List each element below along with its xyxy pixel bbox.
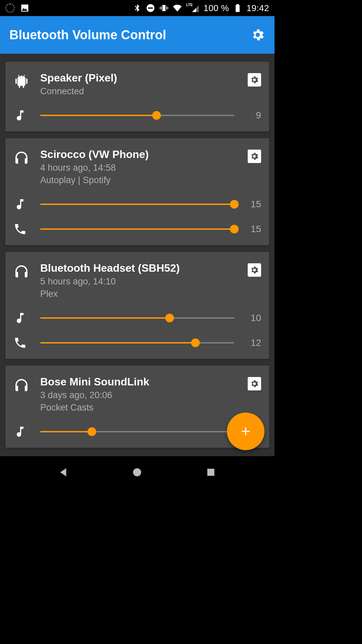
battery-percentage: 100 %	[203, 3, 229, 13]
headphones-icon	[13, 377, 29, 393]
music-note-icon	[13, 425, 27, 438]
svg-rect-5	[166, 6, 167, 9]
music-volume-slider[interactable]	[40, 317, 234, 319]
music-volume-value: 9	[241, 110, 261, 121]
headphones-icon	[13, 150, 29, 166]
svg-rect-7	[168, 7, 168, 9]
device-name: Speaker (Pixel)	[40, 71, 245, 85]
call-volume-row: 15	[13, 222, 261, 236]
device-settings-button[interactable]	[248, 377, 261, 390]
music-volume-value: 10	[241, 313, 261, 323]
call-volume-value: 12	[241, 337, 261, 348]
device-status: 5 hours ago, 14:10	[40, 275, 245, 287]
back-button[interactable]	[58, 466, 70, 478]
device-app: Autoplay | Spotify	[40, 174, 245, 186]
cellular-signal-icon: LTE	[186, 3, 199, 13]
device-card: Speaker (Pixel)Connected9	[5, 62, 269, 131]
music-volume-slider[interactable]	[40, 115, 234, 116]
call-volume-value: 15	[241, 224, 261, 234]
device-app: Plex	[40, 288, 245, 300]
headphones-icon	[13, 263, 29, 279]
app-bar: Bluetooth Volume Control	[0, 16, 275, 54]
android-icon	[13, 73, 29, 89]
svg-rect-4	[161, 6, 162, 9]
vibrate-icon	[159, 3, 169, 13]
svg-rect-3	[163, 5, 166, 11]
loading-spinner-icon	[5, 3, 15, 13]
wifi-icon	[173, 3, 182, 13]
call-volume-row: 12	[13, 336, 261, 350]
music-volume-row: 15	[13, 198, 261, 211]
music-note-icon	[13, 198, 27, 211]
call-volume-slider[interactable]	[40, 342, 234, 343]
music-volume-row: 4	[13, 425, 261, 438]
device-settings-button[interactable]	[248, 150, 261, 163]
app-title: Bluetooth Volume Control	[9, 28, 250, 42]
music-volume-value: 15	[241, 199, 261, 210]
do-not-disturb-icon	[146, 3, 155, 13]
music-volume-slider[interactable]	[40, 204, 234, 205]
device-name: Bluetooth Headset (SBH52)	[40, 261, 245, 275]
battery-icon	[233, 3, 242, 13]
home-button[interactable]	[131, 466, 143, 478]
music-volume-row: 10	[13, 311, 261, 325]
device-card: Bluetooth Headset (SBH52)5 hours ago, 14…	[5, 252, 269, 359]
settings-button[interactable]	[250, 28, 265, 42]
bluetooth-icon	[132, 3, 142, 13]
status-bar: LTE 100 % 19:42	[0, 0, 275, 16]
device-app: Pocket Casts	[40, 401, 245, 414]
call-volume-slider[interactable]	[40, 228, 234, 230]
music-volume-slider[interactable]	[40, 431, 234, 432]
device-status: 3 days ago, 20:06	[40, 389, 245, 401]
device-settings-button[interactable]	[248, 263, 261, 277]
music-volume-row: 9	[13, 109, 261, 122]
device-status: Connected	[40, 85, 245, 97]
svg-rect-6	[160, 7, 160, 9]
svg-rect-2	[148, 7, 153, 9]
device-list[interactable]: Speaker (Pixel)Connected9Scirocco (VW Ph…	[0, 54, 275, 456]
svg-rect-9	[207, 469, 215, 476]
clock: 19:42	[246, 3, 269, 13]
device-name: Scirocco (VW Phone)	[40, 148, 245, 161]
device-card: Scirocco (VW Phone)4 hours ago, 14:58Aut…	[5, 138, 269, 245]
recents-button[interactable]	[205, 466, 217, 478]
add-button[interactable]	[227, 413, 264, 450]
device-name: Bose Mini SoundLink	[40, 375, 245, 388]
phone-icon	[13, 222, 27, 236]
navigation-bar	[0, 456, 275, 488]
music-note-icon	[13, 109, 27, 122]
picture-icon	[20, 3, 29, 13]
phone-icon	[13, 336, 27, 350]
device-status: 4 hours ago, 14:58	[40, 162, 245, 174]
device-settings-button[interactable]	[248, 73, 261, 87]
music-note-icon	[13, 311, 27, 325]
svg-point-8	[133, 468, 141, 476]
